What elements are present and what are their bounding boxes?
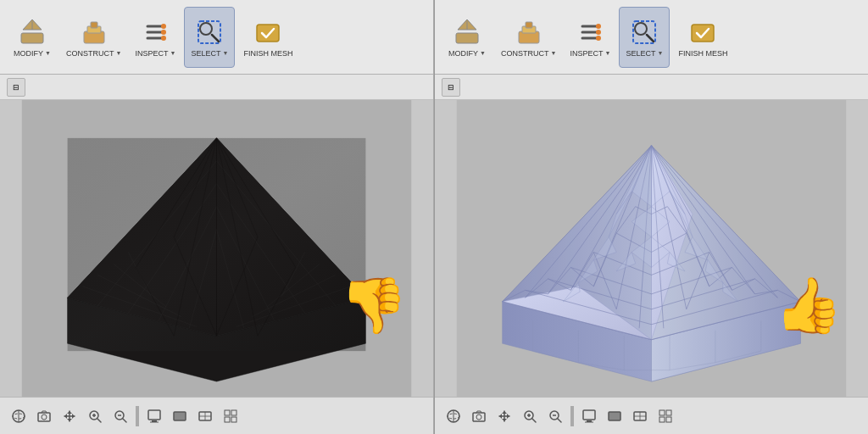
wireframe-btn[interactable] bbox=[193, 404, 217, 428]
svg-rect-72 bbox=[526, 22, 532, 28]
svg-rect-177 bbox=[583, 410, 595, 420]
inspect-icon bbox=[140, 17, 170, 47]
right-select-button[interactable]: SELECT ▼ bbox=[619, 7, 670, 68]
svg-rect-59 bbox=[174, 412, 186, 420]
svg-rect-56 bbox=[148, 410, 160, 420]
left-secondary-toolbar: ⊟ bbox=[0, 75, 433, 100]
svg-rect-185 bbox=[666, 410, 671, 415]
select-label: SELECT ▼ bbox=[191, 49, 228, 58]
right-wireframe-btn[interactable] bbox=[628, 404, 652, 428]
pan-btn[interactable] bbox=[58, 404, 81, 428]
svg-point-11 bbox=[161, 36, 166, 41]
thumbs-up-emoji: 👍 bbox=[775, 274, 843, 337]
zoom-btn[interactable] bbox=[83, 404, 107, 428]
svg-rect-65 bbox=[225, 417, 230, 422]
right-inspect-button[interactable]: INSPECT ▼ bbox=[565, 7, 615, 68]
right-select-label: SELECT ▼ bbox=[626, 49, 663, 58]
svg-point-78 bbox=[596, 36, 601, 41]
svg-rect-5 bbox=[91, 22, 97, 28]
dark-mesh-svg bbox=[0, 100, 433, 397]
right-finish-mesh-button[interactable]: FINISH MESH bbox=[673, 7, 732, 68]
svg-line-50 bbox=[97, 419, 101, 422]
right-viewport[interactable]: 👍 bbox=[435, 100, 868, 397]
svg-line-54 bbox=[123, 419, 126, 422]
right-modify-button[interactable]: MODIFY ▼ bbox=[442, 7, 492, 68]
mini-icon: ⊟ bbox=[13, 83, 19, 92]
modify-icon bbox=[17, 17, 47, 47]
right-mini-btn[interactable]: ⊟ bbox=[442, 78, 460, 97]
thumbs-down-emoji: 👎 bbox=[340, 274, 408, 337]
separator1 bbox=[136, 406, 139, 426]
right-camera-btn[interactable] bbox=[467, 404, 491, 428]
finish-mesh-icon bbox=[253, 17, 283, 47]
svg-rect-187 bbox=[666, 417, 671, 422]
svg-rect-67 bbox=[456, 33, 478, 43]
svg-point-77 bbox=[596, 30, 601, 35]
right-grid-btn[interactable] bbox=[654, 404, 677, 428]
right-finish-mesh-icon bbox=[687, 17, 718, 47]
svg-rect-63 bbox=[225, 410, 230, 415]
left-panel: MODIFY ▼ CONSTRUCT ▼ bbox=[0, 0, 434, 434]
finish-mesh-label: FINISH MESH bbox=[243, 49, 292, 58]
right-inspect-icon bbox=[575, 17, 605, 47]
svg-rect-64 bbox=[231, 410, 236, 415]
right-display-btn[interactable] bbox=[577, 404, 601, 428]
svg-rect-0 bbox=[21, 33, 43, 43]
right-orbit-btn[interactable] bbox=[442, 404, 465, 428]
inspect-button[interactable]: INSPECT ▼ bbox=[130, 7, 181, 68]
svg-point-76 bbox=[596, 24, 601, 29]
left-mini-btn[interactable]: ⊟ bbox=[7, 78, 25, 97]
svg-point-13 bbox=[200, 23, 212, 35]
construct-label: CONSTRUCT ▼ bbox=[66, 49, 121, 58]
inspect-label: INSPECT ▼ bbox=[135, 49, 175, 58]
right-construct-icon bbox=[514, 17, 544, 47]
finish-mesh-button[interactable]: FINISH MESH bbox=[238, 7, 298, 68]
svg-point-169 bbox=[476, 415, 481, 420]
right-construct-label: CONSTRUCT ▼ bbox=[501, 49, 556, 58]
right-toolbar: MODIFY ▼ CONSTRUCT ▼ bbox=[435, 0, 868, 75]
svg-point-9 bbox=[161, 24, 166, 29]
modify-button[interactable]: MODIFY ▼ bbox=[7, 7, 58, 68]
right-finish-mesh-label: FINISH MESH bbox=[678, 49, 727, 58]
right-secondary-toolbar: ⊟ bbox=[435, 75, 868, 100]
svg-point-80 bbox=[635, 23, 647, 35]
svg-point-10 bbox=[161, 30, 166, 35]
light-mesh-svg bbox=[435, 100, 868, 397]
camera-btn[interactable] bbox=[32, 404, 56, 428]
right-inspect-label: INSPECT ▼ bbox=[570, 49, 610, 58]
svg-rect-81 bbox=[692, 25, 714, 42]
display-btn[interactable] bbox=[142, 404, 166, 428]
svg-rect-180 bbox=[609, 412, 620, 420]
left-toolbar: MODIFY ▼ CONSTRUCT ▼ bbox=[0, 0, 433, 75]
right-separator bbox=[570, 406, 574, 426]
modify-label: MODIFY ▼ bbox=[14, 49, 51, 58]
orbit-btn[interactable] bbox=[7, 404, 31, 428]
right-mini-icon: ⊟ bbox=[448, 83, 454, 92]
svg-line-175 bbox=[558, 419, 561, 422]
construct-button[interactable]: CONSTRUCT ▼ bbox=[61, 7, 126, 68]
svg-rect-14 bbox=[257, 25, 279, 42]
right-shading-btn[interactable] bbox=[603, 404, 626, 428]
svg-rect-186 bbox=[659, 417, 665, 422]
right-construct-button[interactable]: CONSTRUCT ▼ bbox=[496, 7, 561, 68]
grid-btn[interactable] bbox=[219, 404, 242, 428]
right-select-icon bbox=[629, 17, 659, 47]
select-button[interactable]: SELECT ▼ bbox=[184, 7, 235, 68]
svg-line-171 bbox=[532, 419, 536, 422]
select-icon bbox=[194, 17, 225, 47]
svg-rect-66 bbox=[231, 417, 236, 422]
right-modify-icon bbox=[452, 17, 482, 47]
shading-btn[interactable] bbox=[168, 404, 192, 428]
left-bottom-toolbar bbox=[0, 397, 433, 434]
right-panel: MODIFY ▼ CONSTRUCT ▼ bbox=[434, 0, 868, 434]
right-modify-label: MODIFY ▼ bbox=[448, 49, 486, 58]
construct-icon bbox=[79, 17, 109, 47]
svg-point-48 bbox=[42, 415, 47, 420]
right-bottom-toolbar bbox=[435, 397, 868, 434]
right-pan-btn[interactable] bbox=[492, 404, 516, 428]
right-zoom-btn[interactable] bbox=[518, 404, 542, 428]
left-viewport[interactable]: 👎 bbox=[0, 100, 433, 397]
right-zoom-fit-btn[interactable] bbox=[543, 404, 567, 428]
svg-rect-184 bbox=[659, 410, 665, 415]
zoom-fit-btn[interactable] bbox=[108, 404, 132, 428]
